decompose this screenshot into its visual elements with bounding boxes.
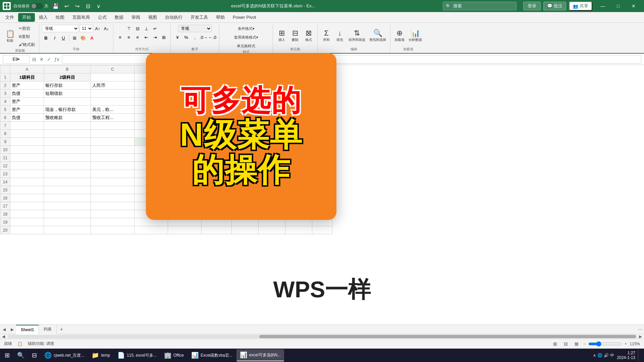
minimize-button[interactable]: — bbox=[595, 0, 610, 12]
autosave-toggle[interactable] bbox=[31, 3, 43, 9]
row-num-20[interactable]: 20 bbox=[0, 226, 10, 234]
row-num-17[interactable]: 17 bbox=[0, 202, 10, 210]
menu-help[interactable]: 帮助 bbox=[212, 13, 229, 22]
align-middle-btn[interactable]: ⊟ bbox=[133, 25, 142, 32]
sheet-nav-left[interactable]: ◀ bbox=[0, 325, 8, 334]
italic-button[interactable]: I bbox=[51, 34, 59, 42]
taskbar-item-115[interactable]: 📄 115, excel可多... bbox=[114, 349, 160, 361]
cell-A6[interactable]: 负债 bbox=[10, 114, 44, 122]
font-size-select[interactable]: 11 bbox=[79, 25, 93, 32]
menu-insert[interactable]: 插入 bbox=[35, 13, 52, 22]
indent-increase-btn[interactable]: ⇥ bbox=[151, 34, 159, 41]
function-list-btn[interactable]: ⊟ bbox=[32, 56, 37, 63]
sheet-nav-right[interactable]: ▶ bbox=[8, 325, 16, 334]
show-desktop-btn[interactable] bbox=[638, 349, 640, 361]
tray-sound-icon[interactable]: 🔊 bbox=[604, 353, 609, 358]
border-button[interactable]: ⊞ bbox=[70, 34, 78, 42]
cell-C2[interactable]: 人民币 bbox=[91, 81, 135, 89]
cell-B3[interactable]: 短期借款 bbox=[44, 89, 91, 98]
menu-autorun[interactable]: 自动执行 bbox=[161, 13, 186, 22]
search-box[interactable]: 🔍 搜索 bbox=[443, 2, 517, 10]
decimal-decrease-btn[interactable]: ←.0 bbox=[208, 34, 216, 41]
share-button[interactable]: 👥 共享 bbox=[569, 1, 592, 11]
cell-C4[interactable] bbox=[91, 98, 135, 106]
zoom-minus-icon[interactable]: − bbox=[583, 342, 586, 346]
row-num-16[interactable]: 16 bbox=[0, 194, 10, 202]
col-header-B[interactable]: B bbox=[44, 65, 91, 73]
font-color-button[interactable]: A bbox=[88, 34, 96, 42]
cut-button[interactable]: ✂ 剪切 bbox=[17, 25, 36, 32]
font-name-select[interactable]: 等线 bbox=[42, 25, 79, 32]
row-num-4[interactable]: 4 bbox=[0, 98, 10, 106]
fill-button[interactable]: 🎨 bbox=[79, 34, 87, 42]
sheet-tab-list[interactable]: 列表 bbox=[39, 325, 57, 334]
conditional-format-btn[interactable]: 条件格式▾ bbox=[236, 25, 256, 32]
row-num-7[interactable]: 7 bbox=[0, 122, 10, 130]
align-top-btn[interactable]: ⊤ bbox=[125, 25, 133, 32]
decrease-font-btn[interactable]: A↓ bbox=[102, 25, 110, 32]
row-num-8[interactable]: 8 bbox=[0, 130, 10, 138]
cell-C5[interactable]: 美元，欧... bbox=[91, 106, 135, 114]
cell-B5[interactable]: 现金，银行存款 bbox=[44, 106, 91, 114]
menu-dev[interactable]: 开发工具 bbox=[186, 13, 212, 22]
copy-button[interactable]: ⧉ 复制 bbox=[17, 33, 36, 40]
sum-btn[interactable]: Σ 求和 bbox=[320, 26, 332, 45]
underline-button[interactable]: U bbox=[59, 34, 67, 42]
paste-button[interactable]: 📋 粘贴 bbox=[4, 27, 16, 46]
sheet-more-button[interactable]: ⋯ bbox=[636, 325, 644, 334]
insert-function-btn[interactable]: ƒx bbox=[54, 56, 60, 63]
row-num-6[interactable]: 6 bbox=[0, 114, 10, 122]
insert-cells-btn[interactable]: ⊞ 插入 bbox=[276, 26, 288, 45]
indent-decrease-btn[interactable]: ⇤ bbox=[142, 34, 150, 41]
sheet-tab-sheet1[interactable]: Sheet1 bbox=[16, 325, 39, 334]
cell-ref-dropdown-icon[interactable]: ▾ bbox=[18, 57, 19, 61]
number-format-select[interactable]: 常规 bbox=[178, 25, 212, 32]
wrap-text-btn[interactable]: ↵ bbox=[151, 25, 159, 32]
percent-btn[interactable]: % bbox=[182, 34, 190, 41]
bold-button[interactable]: B bbox=[42, 34, 50, 42]
login-button[interactable]: 登录 bbox=[523, 2, 541, 10]
zoom-plus-icon[interactable]: + bbox=[625, 342, 627, 346]
cell-A5[interactable]: 资产 bbox=[10, 106, 44, 114]
taskbar-item-excel2[interactable]: 📊 excel可多选的N... bbox=[236, 349, 284, 361]
maximize-button[interactable]: □ bbox=[610, 0, 626, 12]
row-num-18[interactable]: 18 bbox=[0, 210, 10, 218]
row-num-3[interactable]: 3 bbox=[0, 89, 10, 98]
undo-btn[interactable]: ↩ bbox=[62, 1, 71, 11]
zoom-slider[interactable] bbox=[588, 341, 622, 347]
search-button-taskbar[interactable]: 🔍 bbox=[14, 349, 28, 361]
cancel-formula-btn[interactable]: ✕ bbox=[39, 56, 44, 63]
row-num-5[interactable]: 5 bbox=[0, 106, 10, 114]
sort-filter-btn[interactable]: ⇅ 排序和筛选 bbox=[347, 26, 367, 45]
menu-data[interactable]: 数据 bbox=[111, 13, 127, 22]
row-num-1[interactable]: 1 bbox=[0, 73, 10, 81]
row-num-13[interactable]: 13 bbox=[0, 170, 10, 178]
row-num-14[interactable]: 14 bbox=[0, 178, 10, 186]
align-left-btn[interactable]: ≡ bbox=[116, 34, 124, 41]
col-header-C[interactable]: C bbox=[91, 65, 135, 73]
currency-btn[interactable]: ¥ bbox=[173, 34, 181, 41]
align-center-btn[interactable]: ≡ bbox=[125, 34, 133, 41]
menu-formulas[interactable]: 公式 bbox=[94, 13, 111, 22]
sheet-add-button[interactable]: + bbox=[57, 325, 66, 334]
cell-B6[interactable]: 预收账款 bbox=[44, 114, 91, 122]
taskbar-item-temp[interactable]: 📁 temp bbox=[88, 349, 113, 361]
page-break-view-btn[interactable]: ⊠ bbox=[573, 340, 581, 348]
comma-btn[interactable]: , bbox=[191, 34, 199, 41]
find-select-btn[interactable]: 🔍 查找和选择 bbox=[368, 26, 387, 45]
cell-A7[interactable] bbox=[10, 122, 44, 130]
delete-cells-btn[interactable]: ⊟ 删除 bbox=[289, 26, 301, 45]
taskbar-item-excel1[interactable]: 📊 Excel函数vba宏... bbox=[188, 349, 236, 361]
tray-network-icon[interactable]: 🌐 bbox=[597, 353, 602, 358]
align-right-btn[interactable]: ≡ bbox=[133, 34, 142, 41]
row-num-11[interactable]: 11 bbox=[0, 154, 10, 162]
cell-B2[interactable]: 银行存款 bbox=[44, 81, 91, 89]
cell-B1[interactable]: 2级科目 bbox=[44, 73, 91, 81]
taskbar-item-browser[interactable]: 🌐 cjweb.net_百度... bbox=[41, 349, 88, 361]
merge-btn[interactable]: ⊞ bbox=[160, 34, 168, 41]
row-num-2[interactable]: 2 bbox=[0, 81, 10, 89]
menu-home[interactable]: 开始 bbox=[18, 13, 35, 22]
taskbar-item-office[interactable]: 🏢 Office bbox=[161, 349, 187, 361]
format-cells-btn[interactable]: ⊠ 格式 bbox=[303, 26, 315, 45]
menu-review[interactable]: 审阅 bbox=[127, 13, 144, 22]
